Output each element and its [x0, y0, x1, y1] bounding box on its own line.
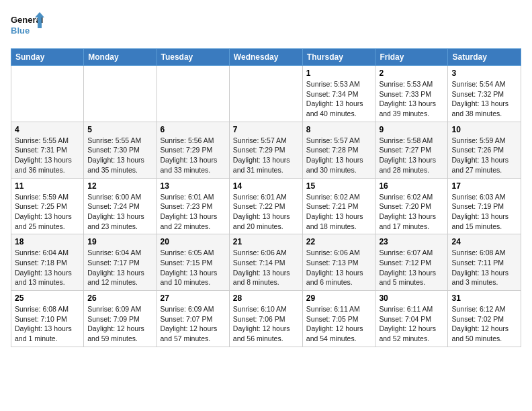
calendar-cell: 7Sunrise: 5:57 AM Sunset: 7:29 PM Daylig…	[229, 122, 302, 178]
day-number: 31	[451, 293, 517, 303]
calendar-cell: 11Sunrise: 5:59 AM Sunset: 7:25 PM Dayli…	[11, 178, 84, 234]
day-info: Sunrise: 6:06 AM Sunset: 7:13 PM Dayligh…	[306, 248, 372, 287]
day-info: Sunrise: 6:01 AM Sunset: 7:23 PM Dayligh…	[161, 192, 226, 232]
day-info: Sunrise: 6:08 AM Sunset: 7:10 PM Dayligh…	[15, 304, 80, 344]
svg-text:Blue: Blue	[11, 26, 30, 36]
calendar-cell	[229, 66, 302, 122]
day-info: Sunrise: 5:56 AM Sunset: 7:29 PM Dayligh…	[161, 136, 226, 175]
calendar-cell: 2Sunrise: 5:53 AM Sunset: 7:33 PM Daylig…	[375, 66, 448, 122]
day-number: 24	[451, 237, 517, 246]
day-info: Sunrise: 5:53 AM Sunset: 7:33 PM Dayligh…	[379, 79, 444, 119]
calendar-cell: 14Sunrise: 6:01 AM Sunset: 7:22 PM Dayli…	[229, 178, 302, 234]
day-info: Sunrise: 6:05 AM Sunset: 7:15 PM Dayligh…	[161, 248, 226, 287]
day-info: Sunrise: 5:55 AM Sunset: 7:30 PM Dayligh…	[87, 136, 152, 175]
day-number: 29	[306, 293, 372, 303]
calendar-cell: 29Sunrise: 6:11 AM Sunset: 7:05 PM Dayli…	[302, 291, 375, 347]
calendar-cell: 16Sunrise: 6:02 AM Sunset: 7:20 PM Dayli…	[375, 178, 448, 234]
day-number: 10	[451, 125, 517, 134]
day-info: Sunrise: 5:57 AM Sunset: 7:29 PM Dayligh…	[233, 136, 299, 175]
day-number: 27	[161, 293, 226, 303]
day-info: Sunrise: 5:53 AM Sunset: 7:34 PM Dayligh…	[306, 79, 372, 119]
calendar-cell: 23Sunrise: 6:07 AM Sunset: 7:12 PM Dayli…	[375, 234, 448, 291]
calendar-cell: 17Sunrise: 6:03 AM Sunset: 7:19 PM Dayli…	[448, 178, 521, 234]
day-number: 7	[233, 125, 299, 134]
day-info: Sunrise: 5:57 AM Sunset: 7:28 PM Dayligh…	[306, 136, 372, 175]
column-header-monday: Monday	[84, 49, 157, 66]
day-info: Sunrise: 6:11 AM Sunset: 7:05 PM Dayligh…	[306, 304, 372, 344]
calendar-cell: 20Sunrise: 6:05 AM Sunset: 7:15 PM Dayli…	[157, 234, 229, 291]
day-number: 30	[379, 293, 444, 303]
calendar-cell: 28Sunrise: 6:10 AM Sunset: 7:06 PM Dayli…	[229, 291, 302, 347]
calendar-cell: 26Sunrise: 6:09 AM Sunset: 7:09 PM Dayli…	[84, 291, 157, 347]
day-info: Sunrise: 6:12 AM Sunset: 7:02 PM Dayligh…	[451, 304, 517, 344]
column-header-saturday: Saturday	[448, 49, 521, 66]
day-info: Sunrise: 6:08 AM Sunset: 7:11 PM Dayligh…	[451, 248, 517, 287]
day-number: 15	[306, 181, 372, 191]
day-info: Sunrise: 6:07 AM Sunset: 7:12 PM Dayligh…	[379, 248, 444, 287]
day-number: 19	[87, 237, 152, 246]
column-header-thursday: Thursday	[302, 49, 375, 66]
day-info: Sunrise: 5:55 AM Sunset: 7:31 PM Dayligh…	[15, 136, 80, 175]
calendar-cell: 3Sunrise: 5:54 AM Sunset: 7:32 PM Daylig…	[448, 66, 521, 122]
day-number: 25	[15, 293, 80, 303]
day-number: 14	[233, 181, 299, 191]
calendar-cell: 5Sunrise: 5:55 AM Sunset: 7:30 PM Daylig…	[84, 122, 157, 178]
calendar-cell: 18Sunrise: 6:04 AM Sunset: 7:18 PM Dayli…	[11, 234, 84, 291]
day-number: 16	[379, 181, 444, 191]
column-header-wednesday: Wednesday	[229, 49, 302, 66]
day-info: Sunrise: 6:09 AM Sunset: 7:07 PM Dayligh…	[161, 304, 226, 344]
calendar-cell: 31Sunrise: 6:12 AM Sunset: 7:02 PM Dayli…	[448, 291, 521, 347]
day-number: 9	[379, 125, 444, 134]
calendar-week-3: 11Sunrise: 5:59 AM Sunset: 7:25 PM Dayli…	[11, 178, 521, 234]
calendar-cell: 9Sunrise: 5:58 AM Sunset: 7:27 PM Daylig…	[375, 122, 448, 178]
day-number: 28	[233, 293, 299, 303]
calendar-week-4: 18Sunrise: 6:04 AM Sunset: 7:18 PM Dayli…	[11, 234, 521, 291]
day-info: Sunrise: 6:00 AM Sunset: 7:24 PM Dayligh…	[87, 192, 152, 232]
day-number: 8	[306, 125, 372, 134]
calendar-cell: 6Sunrise: 5:56 AM Sunset: 7:29 PM Daylig…	[157, 122, 229, 178]
column-header-tuesday: Tuesday	[157, 49, 229, 66]
day-info: Sunrise: 6:03 AM Sunset: 7:19 PM Dayligh…	[451, 192, 517, 232]
day-number: 22	[306, 237, 372, 246]
logo: General Blue	[11, 11, 44, 40]
calendar-cell: 21Sunrise: 6:06 AM Sunset: 7:14 PM Dayli…	[229, 234, 302, 291]
day-info: Sunrise: 6:01 AM Sunset: 7:22 PM Dayligh…	[233, 192, 299, 232]
calendar-cell: 22Sunrise: 6:06 AM Sunset: 7:13 PM Dayli…	[302, 234, 375, 291]
day-number: 11	[15, 181, 80, 191]
day-number: 26	[87, 293, 152, 303]
calendar-week-1: 1Sunrise: 5:53 AM Sunset: 7:34 PM Daylig…	[11, 66, 521, 122]
day-number: 4	[15, 125, 80, 134]
calendar-cell: 24Sunrise: 6:08 AM Sunset: 7:11 PM Dayli…	[448, 234, 521, 291]
day-info: Sunrise: 6:02 AM Sunset: 7:20 PM Dayligh…	[379, 192, 444, 232]
day-number: 17	[451, 181, 517, 191]
day-number: 21	[233, 237, 299, 246]
calendar-cell: 25Sunrise: 6:08 AM Sunset: 7:10 PM Dayli…	[11, 291, 84, 347]
calendar-cell: 1Sunrise: 5:53 AM Sunset: 7:34 PM Daylig…	[302, 66, 375, 122]
day-number: 23	[379, 237, 444, 246]
column-header-sunday: Sunday	[11, 49, 84, 66]
day-info: Sunrise: 5:54 AM Sunset: 7:32 PM Dayligh…	[451, 79, 517, 119]
column-header-friday: Friday	[375, 49, 448, 66]
day-info: Sunrise: 6:04 AM Sunset: 7:17 PM Dayligh…	[87, 248, 152, 287]
day-number: 18	[15, 237, 80, 246]
day-info: Sunrise: 6:04 AM Sunset: 7:18 PM Dayligh…	[15, 248, 80, 287]
calendar-week-2: 4Sunrise: 5:55 AM Sunset: 7:31 PM Daylig…	[11, 122, 521, 178]
day-number: 2	[379, 68, 444, 78]
day-number: 6	[161, 125, 226, 134]
day-number: 13	[161, 181, 226, 191]
page-header: General Blue	[11, 11, 521, 40]
calendar-cell: 30Sunrise: 6:11 AM Sunset: 7:04 PM Dayli…	[375, 291, 448, 347]
day-info: Sunrise: 5:59 AM Sunset: 7:25 PM Dayligh…	[15, 192, 80, 232]
calendar-cell	[157, 66, 229, 122]
day-info: Sunrise: 6:09 AM Sunset: 7:09 PM Dayligh…	[87, 304, 152, 344]
day-info: Sunrise: 6:11 AM Sunset: 7:04 PM Dayligh…	[379, 304, 444, 344]
calendar-cell: 8Sunrise: 5:57 AM Sunset: 7:28 PM Daylig…	[302, 122, 375, 178]
day-info: Sunrise: 6:06 AM Sunset: 7:14 PM Dayligh…	[233, 248, 299, 287]
day-info: Sunrise: 5:58 AM Sunset: 7:27 PM Dayligh…	[379, 136, 444, 175]
day-number: 12	[87, 181, 152, 191]
calendar-cell: 12Sunrise: 6:00 AM Sunset: 7:24 PM Dayli…	[84, 178, 157, 234]
calendar-cell	[84, 66, 157, 122]
day-number: 3	[451, 68, 517, 78]
calendar-cell: 4Sunrise: 5:55 AM Sunset: 7:31 PM Daylig…	[11, 122, 84, 178]
day-number: 1	[306, 68, 372, 78]
